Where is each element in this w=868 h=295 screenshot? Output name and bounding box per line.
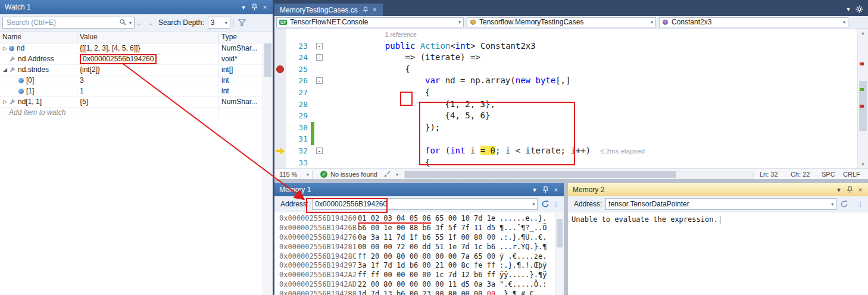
tab-close-icon[interactable]: ×	[370, 5, 379, 15]
gear-icon[interactable]	[854, 4, 864, 15]
search-options-chevron-icon[interactable]: ▾	[126, 20, 132, 26]
chevron-down-icon[interactable]: ▾	[393, 172, 398, 177]
space-indicator[interactable]: SPC	[822, 171, 843, 178]
scrollbar-thumb[interactable]	[405, 171, 676, 178]
scroll-up-icon[interactable]: ▴	[858, 30, 868, 36]
code-text[interactable]: => (iterate) =>	[325, 52, 868, 64]
toolbar-overflow-icon[interactable]: ⋮	[855, 199, 866, 209]
horizontal-splitter[interactable]	[274, 179, 868, 183]
tab-pin-icon[interactable]	[361, 5, 370, 15]
watch-row[interactable]: ▷nd{[[1, 2, 3], [4, 5, 6]]}NumShar...	[0, 43, 263, 54]
column-header-value[interactable]: Value	[77, 32, 219, 43]
code-text[interactable]	[325, 133, 868, 145]
memory-row[interactable]: 0x000002556B1942B81d 7d 13 b6 00 23 00 8…	[279, 290, 564, 295]
code-text[interactable]: });	[325, 122, 868, 134]
breakpoint-margin[interactable]	[274, 40, 286, 52]
memory-scrollbar[interactable]	[555, 212, 564, 295]
breakpoint-margin[interactable]	[274, 157, 286, 168]
breakpoint-icon[interactable]	[276, 65, 284, 73]
breakpoint-margin[interactable]	[274, 87, 286, 99]
search-input[interactable]	[5, 18, 119, 27]
code-text[interactable]: {	[325, 64, 868, 76]
memory-row[interactable]: 0x000002556B1942AD22 00 80 00 00 00 00 1…	[279, 280, 564, 290]
toolbar-overflow-icon[interactable]: ⋮	[551, 199, 561, 209]
code-cleanup-icon[interactable]	[382, 169, 393, 180]
scrollbar-thumb[interactable]	[557, 219, 563, 247]
zoom-select[interactable]: 115 % ▾	[279, 171, 309, 178]
code-editor[interactable]: 1 reference23-public Action<int> Constan…	[274, 29, 868, 168]
codelens-references[interactable]: 1 reference	[385, 31, 417, 38]
watch-titlebar[interactable]: Watch 1 ▾ ×	[0, 0, 273, 14]
watch-row[interactable]: [1]1int	[0, 86, 263, 97]
breakpoint-mark[interactable]	[860, 105, 864, 108]
fold-toggle-icon[interactable]: -	[316, 54, 323, 61]
pin-icon[interactable]	[249, 2, 260, 12]
column-indicator[interactable]: Ch: 22	[791, 171, 822, 178]
breakpoint-margin[interactable]	[274, 122, 286, 134]
breakpoint-margin[interactable]	[274, 52, 286, 64]
search-forward-icon[interactable]: →	[145, 18, 155, 27]
memory2-titlebar[interactable]: Memory 2 ▾ ×	[568, 183, 868, 196]
code-text[interactable]: for (int i = 0; i < iterate; i++)≤ 2ms e…	[325, 145, 868, 157]
column-header-type[interactable]: Type	[219, 32, 273, 43]
window-position-chevron-icon[interactable]: ▾	[529, 184, 540, 195]
breakpoint-margin[interactable]	[274, 110, 286, 122]
memory1-titlebar[interactable]: Memory 1 ▾ ×	[274, 183, 564, 196]
code-text[interactable]: public Action<int> Constant2x3	[325, 40, 868, 52]
tab-memorytestingcases[interactable]: MemoryTestingCases.cs ×	[274, 4, 383, 16]
breakpoint-margin[interactable]	[274, 99, 286, 111]
watch-row[interactable]: ◢nd.strides{int[2]}int[]	[0, 65, 263, 76]
fold-toggle-icon[interactable]: -	[316, 43, 323, 49]
code-text[interactable]: {4, 5, 6}	[325, 110, 868, 122]
scroll-down-icon[interactable]: ▾	[858, 161, 868, 167]
code-text[interactable]: {	[325, 157, 868, 168]
close-icon[interactable]: ×	[855, 184, 866, 195]
code-text[interactable]: {1, 2, 3},	[325, 99, 868, 111]
close-icon[interactable]: ×	[260, 2, 270, 12]
health-indicator[interactable]: ✓ No issues found	[320, 171, 377, 178]
watch-scrollbar[interactable]	[263, 42, 273, 295]
memory-row[interactable]: 0x000002556B1942A2ff ff 00 00 00 00 1c 7…	[279, 271, 564, 280]
eol-indicator[interactable]: CRLF	[843, 171, 863, 178]
window-position-chevron-icon[interactable]: ▾	[238, 2, 249, 12]
fold-toggle-icon[interactable]: -	[316, 148, 323, 154]
watch-row[interactable]: Add item to watch	[0, 108, 263, 118]
refresh-icon[interactable]	[839, 199, 850, 209]
address-input[interactable]: 0x000002556B194260 ▾	[312, 198, 538, 210]
pin-icon[interactable]	[540, 184, 551, 195]
breakpoint-margin[interactable]	[274, 133, 286, 145]
watch-search-box[interactable]: ▾	[2, 17, 135, 29]
breakpoint-margin[interactable]	[274, 75, 286, 87]
breakpoint-margin[interactable]	[274, 145, 286, 157]
memory-row[interactable]: 0x000002556B19426Bb6 00 1e 00 88 b6 3f 5…	[279, 224, 564, 233]
close-icon[interactable]: ×	[551, 184, 561, 195]
pin-icon[interactable]	[844, 184, 855, 195]
expander-icon[interactable]: ▷	[1, 43, 9, 54]
line-indicator[interactable]: Ln: 32	[760, 171, 791, 178]
watch-row[interactable]: ▷nd[1, 1]{5}NumShar...	[0, 97, 263, 108]
column-header-name[interactable]: Name	[0, 32, 77, 43]
window-position-chevron-icon[interactable]: ▾	[833, 184, 844, 195]
scrollbar-thumb[interactable]	[264, 43, 271, 77]
memory-hex-dump[interactable]: 0x000002556B19426001 02 03 04 05 06 65 0…	[274, 212, 564, 295]
editor-scrollbar[interactable]: ▴ ▾	[857, 29, 868, 168]
memory-message[interactable]: Unable to evaluate the expression.	[568, 212, 868, 227]
memory-row[interactable]: 0x000002556B1942973a 1f 7d 1d b6 00 21 0…	[279, 261, 564, 271]
expander-icon[interactable]: ◢	[1, 65, 9, 75]
refresh-icon[interactable]	[540, 199, 551, 209]
code-text[interactable]: var nd = np.array(new byte[,]	[325, 75, 868, 87]
search-depth-select[interactable]: 3 ▾	[208, 17, 230, 29]
memory-row[interactable]: 0x000002556B19428Cff 20 00 80 00 00 00 0…	[279, 252, 564, 262]
type-dropdown[interactable]: Tensorflow.MemoryTestingCases ▾	[467, 17, 656, 27]
watch-row[interactable]: [0]3int	[0, 76, 263, 86]
filter-icon[interactable]	[237, 17, 248, 28]
project-dropdown[interactable]: C# TensorFlowNET.Console ▾	[276, 17, 464, 27]
address-input[interactable]: tensor.TensorDataPointer ▾	[605, 198, 836, 210]
memory-row[interactable]: 0x000002556B19428100 00 00 72 00 dd 51 1…	[279, 243, 564, 252]
vertical-splitter[interactable]	[564, 183, 568, 295]
fold-toggle-icon[interactable]: -	[316, 77, 323, 84]
change-mark[interactable]	[860, 88, 864, 91]
breakpoint-margin[interactable]	[274, 64, 286, 76]
expander-icon[interactable]: ▷	[1, 97, 9, 107]
watch-row[interactable]: nd.Address0x000002556b194260void*	[0, 54, 263, 65]
